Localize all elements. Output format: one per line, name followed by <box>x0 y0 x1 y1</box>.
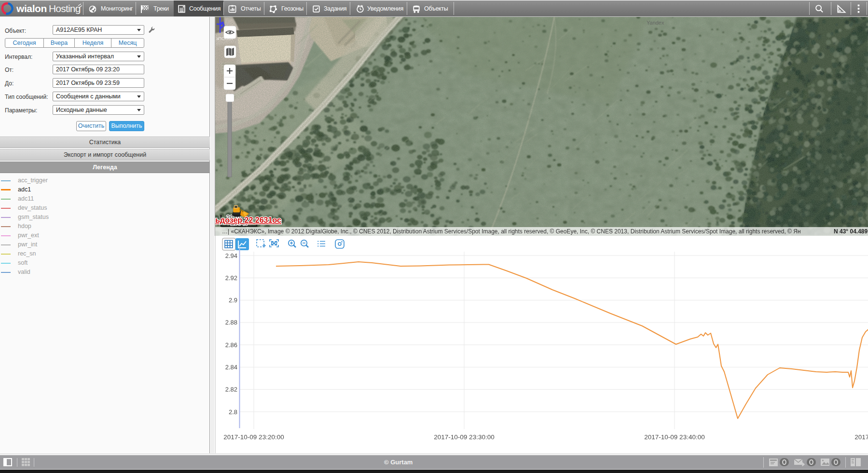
svg-text:2.9: 2.9 <box>229 297 237 304</box>
svg-text:…| «СКАНЭКС», Image © 2012 Dig: …| «СКАНЭКС», Image © 2012 DigitalGlobe,… <box>222 228 801 235</box>
svg-text:2017-10-09 23:50:00: 2017-10-09 23:50:00 <box>854 433 868 441</box>
svg-text:2.84: 2.84 <box>225 364 237 371</box>
svg-text:2017-10-09 23:30:00: 2017-10-09 23:30:00 <box>434 433 494 441</box>
svg-text:2017-10-09 23:40:00: 2017-10-09 23:40:00 <box>644 433 704 441</box>
svg-text:Hosting: Hosting <box>49 3 81 14</box>
svg-text:2.8: 2.8 <box>229 408 237 416</box>
svg-text:wialon: wialon <box>16 3 47 14</box>
svg-text:2.88: 2.88 <box>225 319 237 326</box>
svg-text:2017-10-09 23:20:00: 2017-10-09 23:20:00 <box>223 433 284 441</box>
svg-text:2.94: 2.94 <box>225 252 237 259</box>
svg-text:2.86: 2.86 <box>225 341 237 349</box>
svg-text:Yandex: Yandex <box>647 20 664 26</box>
svg-text:2.92: 2.92 <box>225 274 237 282</box>
svg-text:Бульдозер 22 2631ос: Бульдозер 22 2631ос <box>215 216 281 224</box>
svg-text:2.82: 2.82 <box>225 386 237 393</box>
svg-text:N 43° 04.489: N 43° 04.489 <box>834 228 868 235</box>
